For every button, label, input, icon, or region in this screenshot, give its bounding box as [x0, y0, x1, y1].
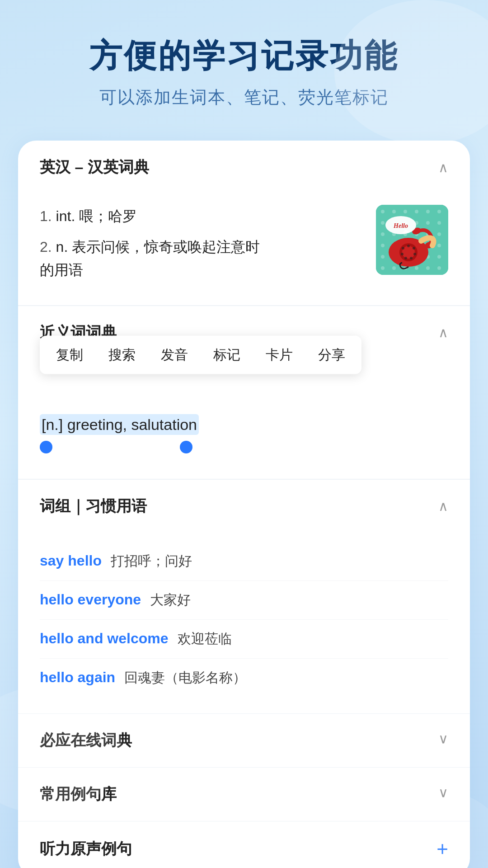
page-title: 方便的学习记录功能 — [27, 36, 461, 75]
phrase-en-4: hello again — [40, 669, 115, 686]
bingdict-chevron-icon: ∧ — [438, 732, 448, 748]
phrase-row-2[interactable]: hello everyone 大家好 — [40, 581, 448, 620]
phrase-zh-4: 回魂妻（电影名称） — [124, 669, 246, 687]
definitions-list: 1. int. 喂；哈罗 2. n. 表示问候，惊奇或唤起注意时的用语 — [40, 205, 365, 289]
selection-handle-right — [180, 441, 192, 453]
svg-point-2 — [392, 210, 396, 213]
phrase-zh-2: 大家好 — [150, 591, 191, 609]
svg-point-32 — [392, 266, 396, 270]
audio-plus-icon: + — [436, 838, 448, 860]
bingdict-title: 必应在线词典 — [40, 730, 132, 751]
synonyms-section: 近义词词典 ∧ 复制 搜索 发音 标记 卡片 分享 [n.] greeting,… — [18, 306, 470, 479]
phrases-chevron-icon: ∧ — [438, 498, 448, 514]
phrase-row-3[interactable]: hello and welcome 欢迎莅临 — [40, 620, 448, 659]
main-card: 英汉 – 汉英词典 ∧ 1. int. 喂；哈罗 2. n. 表示问候，惊奇或唤… — [18, 141, 470, 868]
svg-point-19 — [381, 244, 385, 247]
context-menu-share[interactable]: 分享 — [305, 335, 358, 374]
svg-point-31 — [381, 266, 385, 270]
svg-point-6 — [437, 210, 441, 213]
context-menu: 复制 搜索 发音 标记 卡片 分享 — [40, 335, 361, 374]
definition-area: 1. int. 喂；哈罗 2. n. 表示问候，惊奇或唤起注意时的用语 — [18, 194, 470, 305]
examples-title: 常用例句库 — [40, 784, 117, 805]
bingdict-section: 必应在线词典 ∧ — [18, 713, 470, 767]
svg-point-40 — [407, 245, 410, 247]
phrase-en-3: hello and welcome — [40, 630, 169, 647]
synonyms-chevron-icon: ∧ — [438, 325, 448, 340]
svg-point-12 — [437, 221, 441, 225]
selected-text: [n.] greeting, salutation — [40, 414, 199, 435]
examples-header[interactable]: 常用例句库 ∧ — [18, 768, 470, 821]
phrases-title: 词组｜习惯用语 — [40, 496, 147, 517]
svg-text:Hello: Hello — [393, 222, 408, 229]
context-menu-pronounce[interactable]: 发音 — [148, 335, 201, 374]
svg-point-36 — [437, 266, 441, 270]
audio-header[interactable]: 听力原声例句 + — [18, 821, 470, 868]
synonym-text: [n.] greeting, salutation — [40, 414, 199, 435]
main-dict-chevron-icon: ∧ — [438, 160, 448, 175]
context-menu-mark[interactable]: 标记 — [201, 335, 253, 374]
synonyms-content: 复制 搜索 发音 标记 卡片 分享 [n.] greeting, salutat… — [18, 359, 470, 479]
svg-point-1 — [381, 210, 385, 213]
svg-point-30 — [437, 255, 441, 259]
svg-point-42 — [413, 253, 416, 255]
page-header: 方便的学习记录功能 可以添加生词本、笔记、荧光笔标记 — [0, 0, 488, 127]
svg-point-41 — [413, 247, 415, 250]
phrases-header[interactable]: 词组｜习惯用语 ∧ — [18, 480, 470, 533]
svg-point-5 — [426, 210, 430, 213]
examples-chevron-icon: ∧ — [438, 786, 448, 802]
svg-point-3 — [404, 210, 407, 213]
svg-point-44 — [404, 257, 407, 259]
main-dict-section: 英汉 – 汉英词典 ∧ 1. int. 喂；哈罗 2. n. 表示问候，惊奇或唤… — [18, 141, 470, 306]
phrase-row-1[interactable]: say hello 打招呼；问好 — [40, 542, 448, 581]
svg-point-35 — [426, 266, 430, 270]
selection-handle-left — [40, 441, 52, 453]
phrase-zh-1: 打招呼；问好 — [111, 552, 192, 571]
context-menu-search[interactable]: 搜索 — [96, 335, 148, 374]
svg-point-46 — [402, 247, 404, 250]
audio-title: 听力原声例句 — [40, 839, 132, 859]
definition-1: 1. int. 喂；哈罗 — [40, 205, 365, 228]
svg-point-18 — [437, 232, 441, 236]
examples-section: 常用例句库 ∧ — [18, 767, 470, 821]
svg-point-13 — [381, 232, 385, 236]
svg-point-25 — [381, 255, 385, 259]
context-menu-card[interactable]: 卡片 — [253, 335, 305, 374]
phrases-section: 词组｜习惯用语 ∧ say hello 打招呼；问好 hello everyon… — [18, 479, 470, 713]
phrase-en-2: hello everyone — [40, 591, 141, 608]
selection-handles — [40, 441, 448, 453]
synonyms-wrapper: [n.] greeting, salutation — [40, 398, 448, 462]
definition-2: 2. n. 表示问候，惊奇或唤起注意时的用语 — [40, 236, 365, 282]
main-dict-header[interactable]: 英汉 – 汉英词典 ∧ — [18, 141, 470, 194]
page-subtitle: 可以添加生词本、笔记、荧光笔标记 — [27, 86, 461, 109]
svg-point-24 — [437, 244, 441, 247]
hello-image: Hello — [376, 205, 448, 275]
phrase-zh-3: 欢迎莅临 — [178, 630, 232, 648]
phrases-content: say hello 打招呼；问好 hello everyone 大家好 hell… — [18, 533, 470, 713]
svg-point-11 — [426, 221, 430, 225]
svg-point-34 — [415, 266, 418, 270]
phrase-en-1: say hello — [40, 552, 102, 569]
svg-point-4 — [415, 210, 418, 213]
svg-point-45 — [401, 253, 404, 255]
svg-point-7 — [381, 221, 385, 225]
svg-point-43 — [410, 257, 413, 259]
audio-section: 听力原声例句 + — [18, 821, 470, 868]
context-menu-copy[interactable]: 复制 — [43, 335, 96, 374]
bingdict-header[interactable]: 必应在线词典 ∧ — [18, 714, 470, 767]
main-dict-title: 英汉 – 汉英词典 — [40, 157, 149, 178]
phrase-row-4[interactable]: hello again 回魂妻（电影名称） — [40, 659, 448, 697]
